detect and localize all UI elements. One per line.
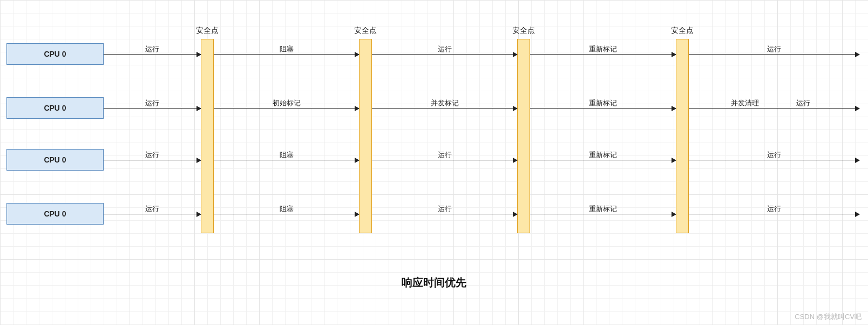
- safepoint-bar-0: [201, 39, 214, 233]
- cpu-box-1: CPU 0: [6, 97, 104, 119]
- arrow-r1-s2: [372, 108, 517, 109]
- arrow-r1-s1: [214, 108, 359, 109]
- segment-label-r2-s1: 阻塞: [280, 150, 294, 160]
- cpu-label: CPU 0: [44, 104, 66, 112]
- arrow-r3-s3: [530, 214, 676, 214]
- watermark: CSDN @我就叫CV吧: [795, 312, 862, 322]
- segment-label-r0-s3: 重新标记: [589, 44, 617, 54]
- cpu-box-2: CPU 0: [6, 149, 104, 171]
- arrow-r1-s4: [689, 108, 859, 109]
- arrow-r2-s4: [689, 160, 859, 160]
- arrow-r2-s3: [530, 160, 676, 160]
- segment-label-r1-s4: 并发清理: [731, 98, 759, 108]
- segment-label-r0-s1: 阻塞: [280, 44, 294, 54]
- arrow-r3-s1: [214, 214, 359, 214]
- segment-label-r3-s2: 运行: [438, 204, 452, 214]
- cpu-box-3: CPU 0: [6, 203, 104, 225]
- segment-label-r2-s4: 运行: [767, 150, 781, 160]
- segment-label-r1-s1: 初始标记: [273, 98, 301, 108]
- segment-label-r2-s2: 运行: [438, 150, 452, 160]
- segment-label-r1-s0: 运行: [145, 98, 159, 108]
- safepoint-label-3: 安全点: [661, 26, 704, 36]
- diagram-title: 响应时间优先: [0, 275, 868, 290]
- segment-label-r0-s0: 运行: [145, 44, 159, 54]
- segment-label-r3-s4: 运行: [767, 204, 781, 214]
- cpu-box-0: CPU 0: [6, 43, 104, 65]
- segment-label-r0-s4: 运行: [767, 44, 781, 54]
- arrow-r2-s1: [214, 160, 359, 160]
- arrow-r3-s4: [689, 214, 859, 214]
- arrow-r0-s1: [214, 54, 359, 55]
- safepoint-label-2: 安全点: [502, 26, 545, 36]
- safepoint-bar-2: [517, 39, 530, 233]
- arrow-r3-s0: [104, 214, 201, 214]
- arrow-r2-s2: [372, 160, 517, 160]
- arrow-r0-s4: [689, 54, 859, 55]
- safepoint-bar-1: [359, 39, 372, 233]
- safepoint-bar-3: [676, 39, 689, 233]
- safepoint-label-0: 安全点: [186, 26, 229, 36]
- arrow-r0-s3: [530, 54, 676, 55]
- segment-label-r3-s3: 重新标记: [589, 204, 617, 214]
- segment-label-r3-s0: 运行: [145, 204, 159, 214]
- cpu-label: CPU 0: [44, 209, 66, 218]
- segment-label-r2-s3: 重新标记: [589, 150, 617, 160]
- segment-label-r2-s0: 运行: [145, 150, 159, 160]
- arrow-r2-s0: [104, 160, 201, 160]
- cpu-label: CPU 0: [44, 50, 66, 58]
- cpu-label: CPU 0: [44, 155, 66, 164]
- arrow-r0-s2: [372, 54, 517, 55]
- segment-label-r1-s3: 重新标记: [589, 98, 617, 108]
- arrow-r1-s0: [104, 108, 201, 109]
- safepoint-label-1: 安全点: [344, 26, 387, 36]
- segment-label-r1-s2: 并发标记: [431, 98, 459, 108]
- segment-label-after-r1: 运行: [796, 98, 810, 108]
- arrow-r0-s0: [104, 54, 201, 55]
- arrow-r3-s2: [372, 214, 517, 214]
- segment-label-r0-s2: 运行: [438, 44, 452, 54]
- segment-label-r3-s1: 阻塞: [280, 204, 294, 214]
- arrow-r1-s3: [530, 108, 676, 109]
